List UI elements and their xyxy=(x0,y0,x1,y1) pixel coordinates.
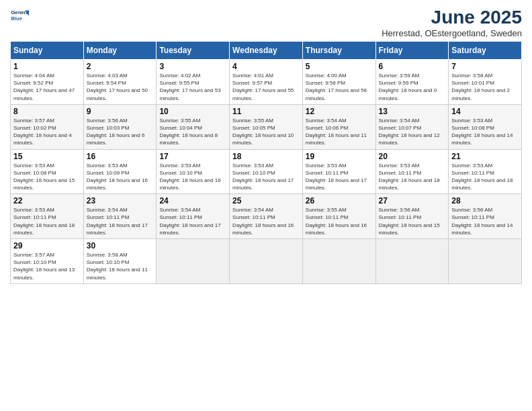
calendar-cell: 8Sunrise: 3:57 AMSunset: 10:02 PMDayligh… xyxy=(11,104,84,149)
calendar-cell: 26Sunrise: 3:55 AMSunset: 10:11 PMDaylig… xyxy=(302,194,375,239)
day-info: Sunrise: 3:58 AMSunset: 10:10 PMDaylight… xyxy=(87,251,154,281)
calendar-cell: 9Sunrise: 3:56 AMSunset: 10:03 PMDayligh… xyxy=(83,104,157,149)
day-number: 30 xyxy=(87,241,154,250)
day-info: Sunrise: 3:54 AMSunset: 10:07 PMDaylight… xyxy=(379,117,446,147)
day-number: 29 xyxy=(13,241,81,250)
day-info: Sunrise: 3:58 AMSunset: 10:01 PMDaylight… xyxy=(451,72,519,102)
day-number: 9 xyxy=(87,107,154,116)
calendar-cell: 1Sunrise: 4:04 AMSunset: 9:52 PMDaylight… xyxy=(11,60,84,105)
calendar-week-row: 1Sunrise: 4:04 AMSunset: 9:52 PMDaylight… xyxy=(11,60,522,105)
day-number: 22 xyxy=(13,196,81,205)
day-info: Sunrise: 3:53 AMSunset: 10:11 PMDaylight… xyxy=(13,206,81,236)
day-info: Sunrise: 3:53 AMSunset: 10:10 PMDaylight… xyxy=(159,162,226,192)
calendar-cell xyxy=(157,239,230,284)
calendar-cell: 10Sunrise: 3:55 AMSunset: 10:04 PMDaylig… xyxy=(157,104,230,149)
calendar-week-row: 15Sunrise: 3:53 AMSunset: 10:08 PMDaylig… xyxy=(11,149,522,194)
day-info: Sunrise: 3:53 AMSunset: 10:11 PMDaylight… xyxy=(451,162,519,192)
weekday-header-saturday: Saturday xyxy=(449,42,522,60)
calendar-cell: 29Sunrise: 3:57 AMSunset: 10:10 PMDaylig… xyxy=(11,239,84,284)
day-number: 4 xyxy=(232,62,300,71)
day-number: 18 xyxy=(232,152,300,161)
calendar-cell: 11Sunrise: 3:55 AMSunset: 10:05 PMDaylig… xyxy=(230,104,303,149)
calendar-cell: 3Sunrise: 4:02 AMSunset: 9:55 PMDaylight… xyxy=(157,60,230,105)
day-info: Sunrise: 3:56 AMSunset: 10:11 PMDaylight… xyxy=(379,206,446,236)
day-number: 1 xyxy=(13,62,81,71)
day-info: Sunrise: 3:53 AMSunset: 10:09 PMDaylight… xyxy=(87,162,154,192)
calendar-cell: 30Sunrise: 3:58 AMSunset: 10:10 PMDaylig… xyxy=(83,239,157,284)
title-block: June 2025 Herrestad, OEstergoetland, Swe… xyxy=(382,7,522,38)
day-number: 8 xyxy=(13,107,81,116)
calendar-cell: 19Sunrise: 3:53 AMSunset: 10:11 PMDaylig… xyxy=(302,149,375,194)
logo-icon: General Blue xyxy=(10,7,29,26)
day-info: Sunrise: 3:54 AMSunset: 10:11 PMDaylight… xyxy=(232,206,300,236)
calendar-cell xyxy=(230,239,303,284)
calendar-week-row: 29Sunrise: 3:57 AMSunset: 10:10 PMDaylig… xyxy=(11,239,522,284)
calendar-cell: 6Sunrise: 3:59 AMSunset: 9:59 PMDaylight… xyxy=(375,60,449,105)
day-number: 19 xyxy=(306,152,373,161)
calendar-cell: 28Sunrise: 3:56 AMSunset: 10:11 PMDaylig… xyxy=(449,194,522,239)
day-number: 6 xyxy=(379,62,446,71)
day-number: 25 xyxy=(232,196,300,205)
weekday-header-thursday: Thursday xyxy=(302,42,375,60)
day-info: Sunrise: 3:56 AMSunset: 10:03 PMDaylight… xyxy=(87,117,154,147)
day-number: 10 xyxy=(159,107,226,116)
calendar-cell xyxy=(375,239,449,284)
calendar-cell: 22Sunrise: 3:53 AMSunset: 10:11 PMDaylig… xyxy=(11,194,84,239)
weekday-header-wednesday: Wednesday xyxy=(230,42,303,60)
day-number: 12 xyxy=(306,107,373,116)
logo: General Blue xyxy=(10,7,29,26)
day-number: 26 xyxy=(306,196,373,205)
calendar-week-row: 22Sunrise: 3:53 AMSunset: 10:11 PMDaylig… xyxy=(11,194,522,239)
calendar-cell: 2Sunrise: 4:03 AMSunset: 9:54 PMDaylight… xyxy=(83,60,157,105)
subtitle: Herrestad, OEstergoetland, Sweden xyxy=(382,28,522,38)
calendar-cell: 4Sunrise: 4:01 AMSunset: 9:57 PMDaylight… xyxy=(230,60,303,105)
calendar-cell: 24Sunrise: 3:54 AMSunset: 10:11 PMDaylig… xyxy=(157,194,230,239)
day-info: Sunrise: 3:53 AMSunset: 10:10 PMDaylight… xyxy=(232,162,300,192)
header: General Blue June 2025 Herrestad, OEster… xyxy=(10,7,522,38)
day-info: Sunrise: 3:53 AMSunset: 10:08 PMDaylight… xyxy=(451,117,519,147)
day-number: 15 xyxy=(13,152,81,161)
day-info: Sunrise: 3:56 AMSunset: 10:11 PMDaylight… xyxy=(451,206,519,236)
svg-text:Blue: Blue xyxy=(11,15,22,21)
calendar-cell: 5Sunrise: 4:00 AMSunset: 9:58 PMDaylight… xyxy=(302,60,375,105)
calendar-cell: 25Sunrise: 3:54 AMSunset: 10:11 PMDaylig… xyxy=(230,194,303,239)
calendar-cell: 14Sunrise: 3:53 AMSunset: 10:08 PMDaylig… xyxy=(449,104,522,149)
day-info: Sunrise: 3:57 AMSunset: 10:02 PMDaylight… xyxy=(13,117,81,147)
day-info: Sunrise: 3:54 AMSunset: 10:11 PMDaylight… xyxy=(159,206,226,236)
calendar-cell xyxy=(449,239,522,284)
calendar-cell: 18Sunrise: 3:53 AMSunset: 10:10 PMDaylig… xyxy=(230,149,303,194)
calendar-cell: 15Sunrise: 3:53 AMSunset: 10:08 PMDaylig… xyxy=(11,149,84,194)
weekday-header-friday: Friday xyxy=(375,42,449,60)
calendar-week-row: 8Sunrise: 3:57 AMSunset: 10:02 PMDayligh… xyxy=(11,104,522,149)
calendar-cell: 16Sunrise: 3:53 AMSunset: 10:09 PMDaylig… xyxy=(83,149,157,194)
day-info: Sunrise: 3:59 AMSunset: 9:59 PMDaylight:… xyxy=(379,72,446,102)
day-info: Sunrise: 4:01 AMSunset: 9:57 PMDaylight:… xyxy=(232,72,300,102)
weekday-header-row: SundayMondayTuesdayWednesdayThursdayFrid… xyxy=(11,42,522,60)
calendar-cell: 20Sunrise: 3:53 AMSunset: 10:11 PMDaylig… xyxy=(375,149,449,194)
calendar-page: General Blue June 2025 Herrestad, OEster… xyxy=(0,0,532,411)
calendar-table: SundayMondayTuesdayWednesdayThursdayFrid… xyxy=(10,41,522,284)
day-number: 7 xyxy=(451,62,519,71)
day-number: 27 xyxy=(379,196,446,205)
calendar-cell: 27Sunrise: 3:56 AMSunset: 10:11 PMDaylig… xyxy=(375,194,449,239)
day-number: 14 xyxy=(451,107,519,116)
day-info: Sunrise: 3:55 AMSunset: 10:05 PMDaylight… xyxy=(232,117,300,147)
day-number: 23 xyxy=(87,196,154,205)
day-number: 28 xyxy=(451,196,519,205)
day-info: Sunrise: 4:02 AMSunset: 9:55 PMDaylight:… xyxy=(159,72,226,102)
weekday-header-sunday: Sunday xyxy=(11,42,84,60)
weekday-header-monday: Monday xyxy=(83,42,157,60)
day-info: Sunrise: 3:55 AMSunset: 10:11 PMDaylight… xyxy=(306,206,373,236)
day-number: 16 xyxy=(87,152,154,161)
day-number: 24 xyxy=(159,196,226,205)
weekday-header-tuesday: Tuesday xyxy=(157,42,230,60)
day-number: 20 xyxy=(379,152,446,161)
day-info: Sunrise: 4:04 AMSunset: 9:52 PMDaylight:… xyxy=(13,72,81,102)
calendar-cell: 12Sunrise: 3:54 AMSunset: 10:06 PMDaylig… xyxy=(302,104,375,149)
day-info: Sunrise: 3:55 AMSunset: 10:04 PMDaylight… xyxy=(159,117,226,147)
day-info: Sunrise: 4:03 AMSunset: 9:54 PMDaylight:… xyxy=(87,72,154,102)
calendar-cell: 7Sunrise: 3:58 AMSunset: 10:01 PMDayligh… xyxy=(449,60,522,105)
day-number: 2 xyxy=(87,62,154,71)
day-info: Sunrise: 3:53 AMSunset: 10:11 PMDaylight… xyxy=(306,162,373,192)
day-number: 13 xyxy=(379,107,446,116)
